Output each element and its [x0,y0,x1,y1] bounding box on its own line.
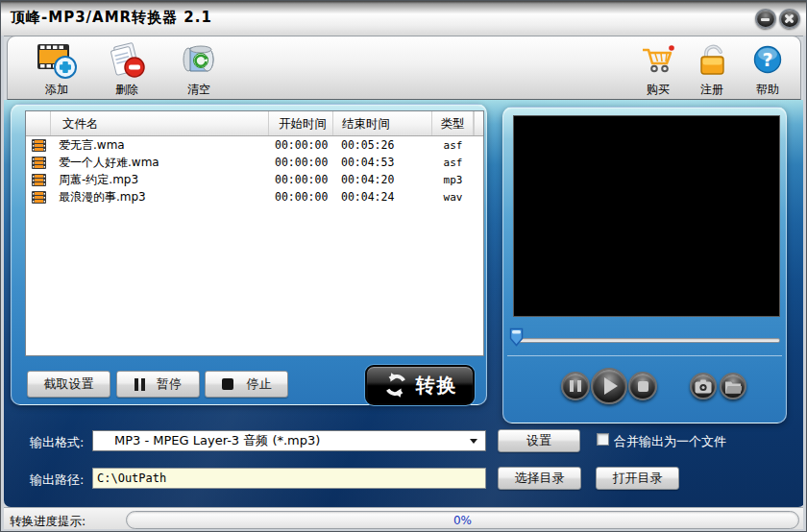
convert-label: 转换 [416,373,458,399]
choose-directory-label: 选择目录 [515,470,565,487]
output-format-select[interactable]: MP3 - MPEG Layer-3 音频 (*.mp3) [92,430,486,451]
camera-icon [695,379,712,394]
header-icon-column[interactable] [26,111,51,135]
clear-button-label: 清空 [170,84,228,96]
stop-icon [222,378,233,390]
chevron-down-icon [470,439,477,444]
seek-slider-track[interactable] [515,338,780,343]
table-row[interactable]: 爱一个人好难.wma 00:00:00 00:04:53 asf [26,154,483,171]
add-button[interactable]: 添加 [28,40,86,98]
file-start-time: 00:00:00 [269,173,333,186]
output-path-input[interactable] [92,468,486,489]
file-end-time: 00:04:20 [333,173,432,186]
help-button-label: 帮助 [739,84,796,96]
file-list: 文件名 开始时间 结束时间 类型 爱无言.wma 00:00:00 00:05:… [25,110,484,356]
app-window: 顶峰-MP3/AMR转换器 2.1 添加 [0,0,807,532]
convert-button[interactable]: 转换 [365,365,475,405]
buy-button[interactable]: 购买 [629,40,687,98]
pause-label: 暂停 [157,375,182,393]
snapshot-button[interactable] [690,373,717,399]
add-button-label: 添加 [28,84,86,96]
table-row[interactable]: 爱无言.wma 00:00:00 00:05:26 asf [26,136,483,154]
open-file-button[interactable] [720,373,746,399]
folder-icon [724,379,742,394]
output-path-label: 输出路径: [30,472,84,489]
settings-button[interactable]: 设置 [498,429,580,452]
output-format-label: 输出格式: [30,434,84,451]
delete-button[interactable]: 删除 [98,40,156,98]
lock-icon [693,41,731,80]
player-play-button[interactable] [591,368,627,404]
file-type: wav [432,191,474,204]
player-play-icon [604,377,618,395]
content-area: 文件名 开始时间 结束时间 类型 爱无言.wma 00:00:00 00:05:… [4,100,805,507]
merge-output-checkbox[interactable] [597,433,609,446]
media-file-icon [32,191,46,204]
convert-refresh-icon [382,372,409,399]
header-type[interactable]: 类型 [432,111,474,135]
delete-button-label: 删除 [98,84,156,96]
merge-output-label: 合并输出为一个文件 [614,433,726,450]
file-end-time: 00:04:24 [333,190,432,204]
file-end-time: 00:05:26 [333,138,432,152]
shopping-cart-icon [637,41,679,80]
choose-directory-button[interactable]: 选择目录 [498,467,581,490]
header-filename[interactable]: 文件名 [51,111,269,135]
stop-button[interactable]: 停止 [205,371,288,398]
header-start-time[interactable]: 开始时间 [269,111,333,135]
progress-value: 0% [453,514,472,527]
window-title: 顶峰-MP3/AMR转换器 2.1 [11,9,212,27]
file-name: 最浪漫的事.mp3 [51,189,269,206]
header-end-time[interactable]: 结束时间 [333,111,432,135]
file-start-time: 00:00:00 [269,190,333,204]
title-bar[interactable]: 顶峰-MP3/AMR转换器 2.1 [1,1,806,36]
settings-label: 设置 [526,432,551,449]
register-button[interactable]: 注册 [683,40,741,98]
file-start-time: 00:00:00 [269,138,333,152]
help-icon: ? [748,41,787,80]
player-pause-button[interactable] [561,372,590,400]
close-button[interactable] [779,9,800,29]
file-type: mp3 [432,174,474,186]
panel-divider [507,355,782,356]
file-name: 周蕙-约定.mp3 [51,172,269,188]
register-button-label: 注册 [683,84,741,96]
video-preview [513,115,780,317]
buy-button-label: 购买 [629,84,687,96]
seek-slider-thumb[interactable] [509,327,524,347]
table-row[interactable]: 最浪漫的事.mp3 00:00:00 00:04:24 wav [26,188,483,206]
media-file-icon [32,157,46,169]
player-pause-icon [570,380,574,392]
file-name: 爱无言.wma [51,137,269,154]
open-directory-button[interactable]: 打开目录 [596,467,679,490]
output-format-value: MP3 - MPEG Layer-3 音频 (*.mp3) [114,433,320,447]
minimize-button[interactable] [755,9,776,29]
progress-bar: 0% [126,511,799,529]
header-extra [474,111,483,135]
pause-icon [134,378,138,391]
file-list-header: 文件名 开始时间 结束时间 类型 [26,111,483,136]
clear-button[interactable]: 清空 [170,40,228,98]
file-type: asf [432,157,474,169]
minimize-icon [761,18,770,21]
help-button[interactable]: ? 帮助 [739,40,796,98]
file-list-panel: 文件名 开始时间 结束时间 类型 爱无言.wma 00:00:00 00:05:… [11,104,487,405]
capture-settings-button[interactable]: 截取设置 [27,371,110,398]
player-stop-icon [638,381,648,392]
window-frame-left [1,36,4,531]
window-frame-bottom [1,529,806,531]
table-row[interactable]: 周蕙-约定.mp3 00:00:00 00:04:20 mp3 [26,171,483,188]
capture-settings-label: 截取设置 [44,375,94,393]
pause-button[interactable]: 暂停 [116,371,200,398]
open-directory-label: 打开目录 [613,470,663,487]
preview-panel [502,107,787,423]
add-file-icon [35,41,79,80]
delete-file-icon [105,41,149,80]
file-start-time: 00:00:00 [269,156,333,169]
toolbar: 添加 删除 [7,36,801,100]
file-type: asf [432,139,474,152]
player-stop-button[interactable] [628,372,657,400]
file-name: 爱一个人好难.wma [51,155,269,171]
stop-label: 停止 [247,375,272,393]
progress-hint-label: 转换进度提示: [10,514,86,530]
